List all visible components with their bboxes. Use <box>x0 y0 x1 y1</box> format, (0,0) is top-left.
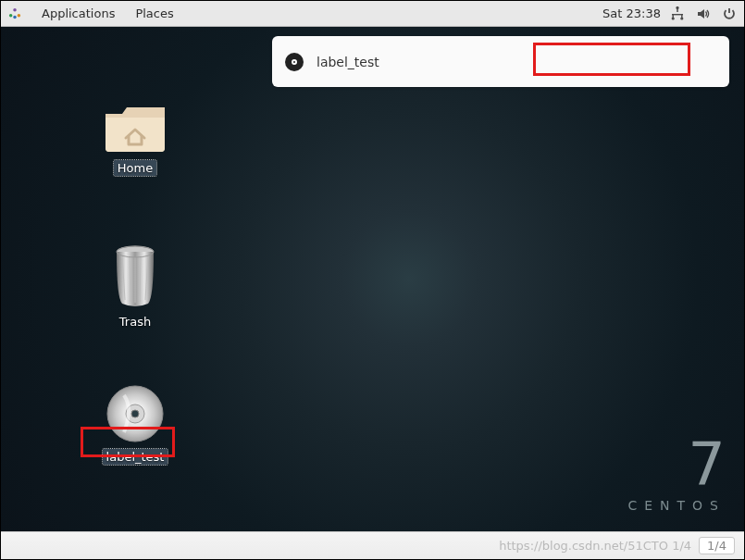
os-brand: 7 CENTOS <box>627 435 726 513</box>
power-icon[interactable] <box>722 6 737 21</box>
svg-rect-7 <box>673 14 674 18</box>
desktop[interactable]: label_test Home <box>1 27 744 531</box>
svg-point-10 <box>680 17 683 19</box>
svg-point-3 <box>13 15 17 19</box>
menu-applications[interactable]: Applications <box>42 6 115 20</box>
desktop-icon-trash[interactable]: Trash <box>80 243 191 329</box>
desktop-icon-trash-label: Trash <box>119 315 151 329</box>
screen: Applications Places Sat 23:38 <box>0 0 745 560</box>
page-indicator: 1/4 <box>699 537 735 554</box>
highlight-box <box>533 43 690 76</box>
svg-point-5 <box>676 6 678 9</box>
volume-icon[interactable] <box>696 6 711 21</box>
os-version: 7 <box>627 435 726 494</box>
svg-point-9 <box>672 17 675 19</box>
footer-bar: https://blog.csdn.net/51CTO 1/4 1/4 <box>1 531 744 559</box>
disc-icon <box>285 53 304 71</box>
mount-notification[interactable]: label_test <box>272 36 729 87</box>
svg-point-2 <box>18 14 21 18</box>
desktop-icon-disc-label: label_test <box>103 449 168 465</box>
menu-places[interactable]: Places <box>135 6 173 20</box>
mount-notification-label: label_test <box>317 55 379 69</box>
svg-marker-11 <box>698 9 704 19</box>
desktop-icons: Home <box>80 101 191 465</box>
apps-icon <box>8 7 21 20</box>
os-name: CENTOS <box>627 498 726 513</box>
svg-rect-8 <box>681 14 682 18</box>
svg-point-1 <box>9 14 13 18</box>
network-icon[interactable] <box>670 6 685 21</box>
cd-icon <box>106 384 165 443</box>
home-folder-icon <box>102 101 168 155</box>
system-tray <box>670 6 737 21</box>
topbar: Applications Places Sat 23:38 <box>1 1 744 27</box>
svg-point-21 <box>131 410 139 417</box>
watermark-text: https://blog.csdn.net/51CTO 1/4 <box>499 539 691 553</box>
desktop-icon-home[interactable]: Home <box>80 101 191 176</box>
svg-point-0 <box>13 7 17 11</box>
clock[interactable]: Sat 23:38 <box>602 6 661 20</box>
desktop-icon-home-label: Home <box>114 160 156 176</box>
topbar-menus: Applications Places <box>8 6 174 20</box>
desktop-icon-disc[interactable]: label_test <box>80 384 191 465</box>
trash-icon <box>109 243 161 309</box>
